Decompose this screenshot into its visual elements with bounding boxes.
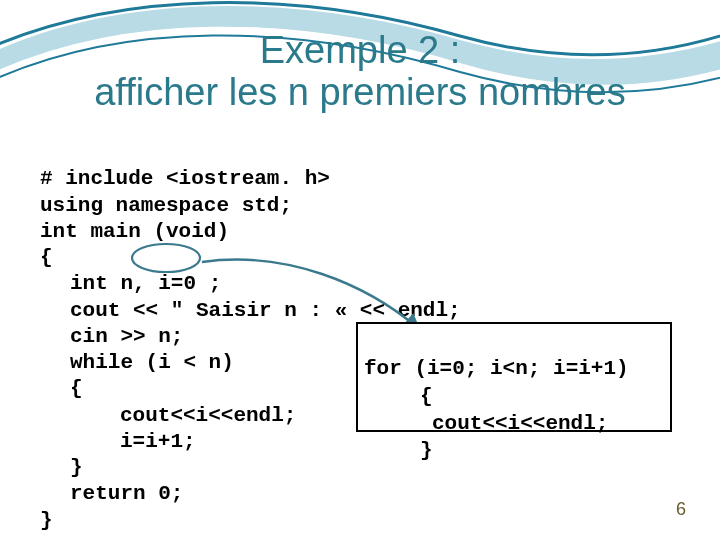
page-number: 6 <box>676 499 686 520</box>
code-line: } <box>40 509 53 532</box>
code-line: # include <iostream. h> <box>40 167 330 190</box>
code-line: i=i+1; <box>120 430 196 453</box>
code-line: { <box>70 377 83 400</box>
title-line-2: afficher les n premiers nombres <box>0 72 720 114</box>
highlight-oval <box>132 244 202 274</box>
slide: Exemple 2 : afficher les n premiers nomb… <box>0 0 720 540</box>
code-fragment: ; <box>209 272 222 295</box>
svg-point-0 <box>132 244 200 272</box>
for-line: { <box>420 385 433 408</box>
code-line: return 0; <box>70 482 183 505</box>
for-line: } <box>420 439 433 462</box>
code-line: } <box>70 456 83 479</box>
title-line-1: Exemple 2 : <box>0 30 720 72</box>
code-line: { <box>40 246 53 269</box>
code-line: cout<<i<<endl; <box>120 404 296 427</box>
for-line: for (i=0; i<n; i=i+1) <box>364 357 629 380</box>
code-line: using namespace std; <box>40 194 292 217</box>
slide-title: Exemple 2 : afficher les n premiers nomb… <box>0 30 720 114</box>
code-line: while (i < n) <box>70 351 234 374</box>
for-line: cout<<i<<endl; <box>432 412 608 435</box>
code-line: cin >> n; <box>70 325 183 348</box>
for-loop-box: for (i=0; i<n; i=i+1) { cout<<i<<endl; } <box>356 322 672 432</box>
code-line: cout << " Saisir n : « << endl; <box>70 299 461 322</box>
